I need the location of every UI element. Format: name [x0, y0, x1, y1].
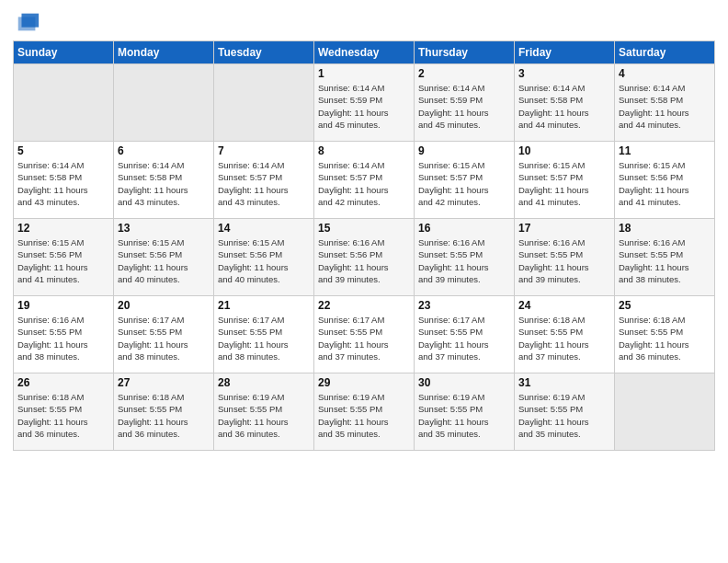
calendar-cell: 7Sunrise: 6:14 AM Sunset: 5:57 PM Daylig… — [214, 142, 314, 219]
calendar-cell: 28Sunrise: 6:19 AM Sunset: 5:55 PM Dayli… — [214, 373, 314, 451]
calendar-cell: 16Sunrise: 6:16 AM Sunset: 5:55 PM Dayli… — [415, 219, 515, 296]
calendar-cell: 25Sunrise: 6:18 AM Sunset: 5:55 PM Dayli… — [615, 296, 715, 373]
day-info: Sunrise: 6:14 AM Sunset: 5:58 PM Dayligh… — [518, 82, 610, 131]
day-number: 5 — [17, 144, 109, 157]
calendar: SundayMondayTuesdayWednesdayThursdayFrid… — [13, 40, 715, 451]
calendar-cell: 30Sunrise: 6:19 AM Sunset: 5:55 PM Dayli… — [415, 373, 515, 451]
calendar-cell: 1Sunrise: 6:14 AM Sunset: 5:59 PM Daylig… — [314, 64, 415, 142]
day-info: Sunrise: 6:18 AM Sunset: 5:55 PM Dayligh… — [17, 391, 109, 440]
weekday-tuesday: Tuesday — [214, 41, 314, 64]
day-number: 30 — [418, 376, 510, 389]
calendar-cell: 22Sunrise: 6:17 AM Sunset: 5:55 PM Dayli… — [314, 296, 415, 373]
week-row-3: 12Sunrise: 6:15 AM Sunset: 5:56 PM Dayli… — [14, 219, 715, 296]
page: SundayMondayTuesdayWednesdayThursdayFrid… — [0, 0, 728, 563]
day-info: Sunrise: 6:19 AM Sunset: 5:55 PM Dayligh… — [518, 391, 610, 440]
day-number: 18 — [619, 222, 711, 235]
day-number: 2 — [418, 67, 510, 80]
calendar-cell: 24Sunrise: 6:18 AM Sunset: 5:55 PM Dayli… — [515, 296, 615, 373]
calendar-cell: 11Sunrise: 6:15 AM Sunset: 5:56 PM Dayli… — [615, 142, 715, 219]
day-number: 23 — [418, 299, 510, 312]
day-info: Sunrise: 6:18 AM Sunset: 5:55 PM Dayligh… — [518, 314, 610, 362]
day-number: 20 — [118, 299, 210, 312]
calendar-cell — [615, 373, 715, 451]
calendar-cell: 29Sunrise: 6:19 AM Sunset: 5:55 PM Dayli… — [314, 373, 415, 451]
week-row-4: 19Sunrise: 6:16 AM Sunset: 5:55 PM Dayli… — [14, 296, 715, 373]
day-info: Sunrise: 6:19 AM Sunset: 5:55 PM Dayligh… — [218, 391, 310, 440]
day-number: 22 — [318, 299, 410, 312]
day-number: 7 — [218, 144, 310, 157]
day-number: 10 — [518, 144, 610, 157]
day-number: 9 — [418, 144, 510, 157]
day-info: Sunrise: 6:19 AM Sunset: 5:55 PM Dayligh… — [318, 391, 410, 440]
day-number: 26 — [17, 376, 109, 389]
day-info: Sunrise: 6:15 AM Sunset: 5:56 PM Dayligh… — [619, 159, 711, 208]
day-info: Sunrise: 6:17 AM Sunset: 5:55 PM Dayligh… — [218, 314, 310, 362]
calendar-cell: 14Sunrise: 6:15 AM Sunset: 5:56 PM Dayli… — [214, 219, 314, 296]
logo-icon — [15, 9, 40, 35]
day-number: 27 — [118, 376, 210, 389]
day-number: 11 — [619, 144, 711, 157]
day-info: Sunrise: 6:15 AM Sunset: 5:57 PM Dayligh… — [518, 159, 610, 208]
week-row-2: 5Sunrise: 6:14 AM Sunset: 5:58 PM Daylig… — [14, 142, 715, 219]
calendar-cell: 31Sunrise: 6:19 AM Sunset: 5:55 PM Dayli… — [515, 373, 615, 451]
day-number: 17 — [518, 222, 610, 235]
day-info: Sunrise: 6:14 AM Sunset: 5:58 PM Dayligh… — [619, 82, 711, 131]
weekday-header-row: SundayMondayTuesdayWednesdayThursdayFrid… — [14, 41, 715, 64]
day-info: Sunrise: 6:14 AM Sunset: 5:58 PM Dayligh… — [17, 159, 109, 208]
day-number: 14 — [218, 222, 310, 235]
weekday-thursday: Thursday — [415, 41, 515, 64]
calendar-cell: 15Sunrise: 6:16 AM Sunset: 5:56 PM Dayli… — [314, 219, 415, 296]
day-info: Sunrise: 6:15 AM Sunset: 5:56 PM Dayligh… — [218, 236, 310, 285]
day-info: Sunrise: 6:17 AM Sunset: 5:55 PM Dayligh… — [118, 314, 210, 362]
day-info: Sunrise: 6:19 AM Sunset: 5:55 PM Dayligh… — [418, 391, 510, 440]
calendar-cell — [14, 64, 114, 142]
day-number: 8 — [318, 144, 410, 157]
day-info: Sunrise: 6:18 AM Sunset: 5:55 PM Dayligh… — [118, 391, 210, 440]
day-number: 31 — [518, 376, 610, 389]
calendar-cell: 9Sunrise: 6:15 AM Sunset: 5:57 PM Daylig… — [415, 142, 515, 219]
weekday-monday: Monday — [114, 41, 214, 64]
day-info: Sunrise: 6:15 AM Sunset: 5:56 PM Dayligh… — [118, 236, 210, 285]
calendar-cell: 21Sunrise: 6:17 AM Sunset: 5:55 PM Dayli… — [214, 296, 314, 373]
calendar-cell: 27Sunrise: 6:18 AM Sunset: 5:55 PM Dayli… — [114, 373, 214, 451]
svg-marker-1 — [18, 17, 36, 30]
weekday-sunday: Sunday — [14, 41, 114, 64]
day-info: Sunrise: 6:14 AM Sunset: 5:57 PM Dayligh… — [318, 159, 410, 208]
weekday-friday: Friday — [515, 41, 615, 64]
day-number: 19 — [17, 299, 109, 312]
day-number: 24 — [518, 299, 610, 312]
calendar-cell: 8Sunrise: 6:14 AM Sunset: 5:57 PM Daylig… — [314, 142, 415, 219]
week-row-5: 26Sunrise: 6:18 AM Sunset: 5:55 PM Dayli… — [14, 373, 715, 451]
calendar-cell: 17Sunrise: 6:16 AM Sunset: 5:55 PM Dayli… — [515, 219, 615, 296]
day-number: 3 — [518, 67, 610, 80]
weekday-wednesday: Wednesday — [314, 41, 415, 64]
logo — [13, 9, 40, 35]
day-info: Sunrise: 6:17 AM Sunset: 5:55 PM Dayligh… — [418, 314, 510, 362]
calendar-cell: 10Sunrise: 6:15 AM Sunset: 5:57 PM Dayli… — [515, 142, 615, 219]
calendar-cell — [214, 64, 314, 142]
calendar-cell: 19Sunrise: 6:16 AM Sunset: 5:55 PM Dayli… — [14, 296, 114, 373]
calendar-cell — [114, 64, 214, 142]
day-number: 16 — [418, 222, 510, 235]
day-number: 28 — [218, 376, 310, 389]
day-info: Sunrise: 6:14 AM Sunset: 5:59 PM Dayligh… — [318, 82, 410, 131]
day-info: Sunrise: 6:16 AM Sunset: 5:55 PM Dayligh… — [518, 236, 610, 285]
calendar-cell: 12Sunrise: 6:15 AM Sunset: 5:56 PM Dayli… — [14, 219, 114, 296]
weekday-saturday: Saturday — [615, 41, 715, 64]
calendar-cell: 18Sunrise: 6:16 AM Sunset: 5:55 PM Dayli… — [615, 219, 715, 296]
day-number: 15 — [318, 222, 410, 235]
calendar-cell: 2Sunrise: 6:14 AM Sunset: 5:59 PM Daylig… — [415, 64, 515, 142]
day-info: Sunrise: 6:14 AM Sunset: 5:59 PM Dayligh… — [418, 82, 510, 131]
day-number: 6 — [118, 144, 210, 157]
day-info: Sunrise: 6:16 AM Sunset: 5:55 PM Dayligh… — [619, 236, 711, 285]
week-row-1: 1Sunrise: 6:14 AM Sunset: 5:59 PM Daylig… — [14, 64, 715, 142]
calendar-cell: 5Sunrise: 6:14 AM Sunset: 5:58 PM Daylig… — [14, 142, 114, 219]
calendar-cell: 23Sunrise: 6:17 AM Sunset: 5:55 PM Dayli… — [415, 296, 515, 373]
calendar-cell: 20Sunrise: 6:17 AM Sunset: 5:55 PM Dayli… — [114, 296, 214, 373]
day-info: Sunrise: 6:17 AM Sunset: 5:55 PM Dayligh… — [318, 314, 410, 362]
day-number: 1 — [318, 67, 410, 80]
calendar-cell: 3Sunrise: 6:14 AM Sunset: 5:58 PM Daylig… — [515, 64, 615, 142]
day-number: 12 — [17, 222, 109, 235]
day-info: Sunrise: 6:14 AM Sunset: 5:58 PM Dayligh… — [118, 159, 210, 208]
day-info: Sunrise: 6:14 AM Sunset: 5:57 PM Dayligh… — [218, 159, 310, 208]
